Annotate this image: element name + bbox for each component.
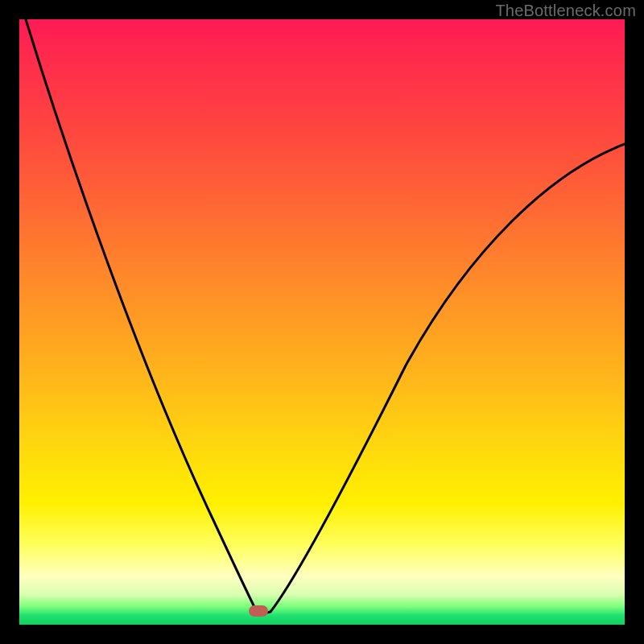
chart-frame: TheBottleneck.com [0,0,644,644]
watermark-text: TheBottleneck.com [495,2,636,20]
optimal-point-marker [249,605,268,617]
plot-area [19,19,625,625]
curve-path [26,19,625,613]
bottleneck-curve [19,19,625,625]
